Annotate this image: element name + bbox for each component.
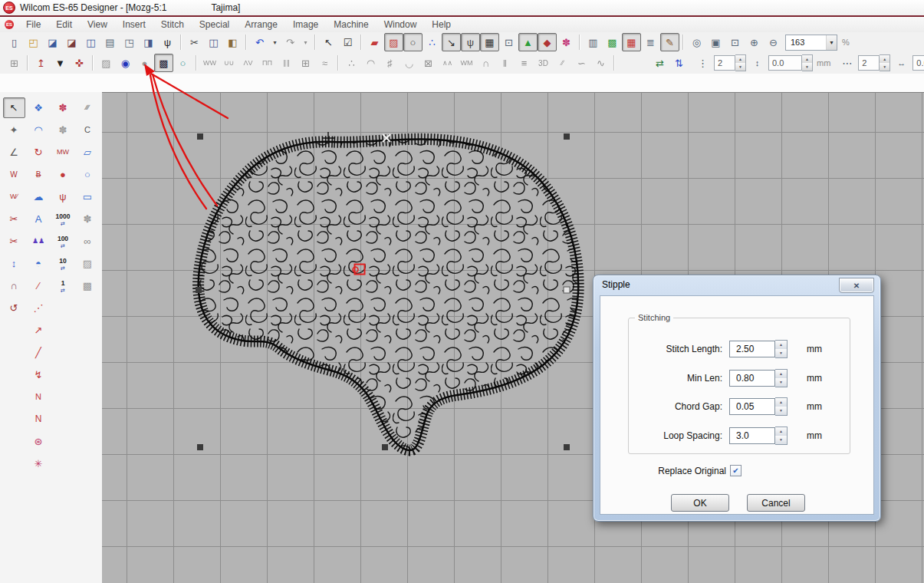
- overview-window-tool-button[interactable]: ∞: [77, 231, 99, 252]
- satin-stitch-button[interactable]: WW: [200, 54, 219, 72]
- handle-bottom-right[interactable]: [564, 444, 570, 450]
- new-design-button[interactable]: ▯: [5, 33, 24, 51]
- chord-gap-spin-up-icon[interactable]: ▲: [775, 398, 787, 407]
- columns-count-input[interactable]: 2: [858, 55, 880, 71]
- zoom-1-to-1-button[interactable]: ▣: [706, 33, 725, 51]
- contour-fill-button[interactable]: ≡: [515, 54, 534, 72]
- lettering-tool-button[interactable]: A: [28, 209, 50, 229]
- warp-3d-button[interactable]: 3D: [534, 54, 553, 72]
- color-film-button[interactable]: ▦: [622, 33, 641, 51]
- outline-view-button[interactable]: ○: [403, 33, 423, 51]
- column-spacing-input[interactable]: 0.0: [912, 55, 924, 71]
- dialog-close-button[interactable]: ✕: [839, 278, 874, 293]
- handle-bottom-left[interactable]: [197, 444, 203, 450]
- hatch-view-button[interactable]: ▨: [384, 33, 403, 51]
- loop-spacing-spin-down-icon[interactable]: ▼: [775, 436, 787, 444]
- rows-count-spin-down-icon[interactable]: ▼: [735, 63, 745, 71]
- run-stitch-tool-button[interactable]: W: [3, 164, 25, 185]
- arch-fill-button[interactable]: ∩: [476, 54, 495, 72]
- menu-view[interactable]: View: [80, 18, 115, 31]
- chord-gap-input[interactable]: 0.05: [729, 398, 775, 415]
- chord-gap-spin-down-icon[interactable]: ▼: [775, 407, 787, 415]
- freehand-fill-button[interactable]: ∿: [591, 54, 610, 72]
- chord-gap-spinner[interactable]: ▲▼: [775, 397, 788, 416]
- redo-list-button[interactable]: ▾: [300, 33, 311, 51]
- columns-icon-button[interactable]: ⋯: [837, 54, 857, 72]
- radial-fill-button[interactable]: ◠: [361, 54, 380, 72]
- buttonhole-tool-button[interactable]: ⊛: [28, 431, 50, 452]
- pattern-stamp-button[interactable]: ▨: [97, 54, 116, 72]
- menu-edit[interactable]: Edit: [48, 18, 80, 31]
- zoom-window-button[interactable]: ⊡: [725, 33, 745, 51]
- outline-border-button[interactable]: ○: [173, 54, 192, 72]
- mirror-vertical-button[interactable]: ⇅: [669, 54, 689, 72]
- stitch-edit-tool-button[interactable]: ✂: [3, 209, 25, 229]
- handle-mid-right[interactable]: [564, 287, 570, 293]
- travel-1000-stitches-button[interactable]: 1000⇄: [52, 209, 74, 229]
- reshape-object-tool-button[interactable]: ◠: [28, 120, 50, 140]
- pointer-view-button[interactable]: ↘: [442, 33, 461, 51]
- fence-fill-button[interactable]: ♯: [380, 54, 400, 72]
- add-entry-point-button[interactable]: ✜: [70, 54, 89, 72]
- select-tool-button[interactable]: ↖: [3, 97, 25, 118]
- complex-fill-tool-button[interactable]: ▱: [77, 142, 99, 163]
- cross-stitch-button[interactable]: ⊠: [419, 54, 438, 72]
- team-names-tool-button[interactable]: ♟♟: [28, 231, 50, 252]
- zoom-level-combo[interactable]: 163▼: [785, 35, 837, 51]
- fancy-fill-button[interactable]: ∕∕: [553, 54, 572, 72]
- thread-colors-button[interactable]: ▩: [603, 33, 622, 51]
- circle-fill-button[interactable]: ●: [135, 54, 154, 72]
- undo-list-button[interactable]: ▾: [269, 33, 281, 51]
- motif-fill-button[interactable]: ∴: [342, 54, 361, 72]
- copy-button[interactable]: ◫: [204, 33, 223, 51]
- redo-button[interactable]: ↷: [281, 33, 300, 51]
- menu-file[interactable]: File: [18, 18, 48, 31]
- picture-view-button[interactable]: ▲: [518, 33, 538, 51]
- paste-button[interactable]: ◧: [223, 33, 242, 51]
- menu-image[interactable]: Image: [285, 18, 326, 31]
- zoom-out-button[interactable]: ⊖: [764, 33, 783, 51]
- hoop-layout-button[interactable]: ⊞: [5, 54, 24, 72]
- loop-spacing-input[interactable]: 3.0: [729, 427, 775, 444]
- run-segment-tool-button[interactable]: ∕: [28, 275, 50, 296]
- save-design-as-button[interactable]: ◪: [62, 33, 81, 51]
- grid-view-button[interactable]: ▦: [480, 33, 499, 51]
- eyelet-tool-button[interactable]: ✳: [28, 453, 50, 474]
- stitch-angle-tool-button[interactable]: W∕: [3, 186, 25, 207]
- hoop-view-button[interactable]: ⊡: [499, 33, 518, 51]
- chevron-down-icon[interactable]: ▼: [826, 35, 837, 50]
- travel-100-stitches-button[interactable]: 100⇄: [52, 231, 74, 252]
- zoom-in-button[interactable]: ⊕: [745, 33, 764, 51]
- zoom-factor-button[interactable]: ◎: [687, 33, 706, 51]
- penetration-view-button[interactable]: ψ: [461, 33, 480, 51]
- stitch-length-spinner[interactable]: ▲▼: [775, 340, 788, 358]
- e-stitch-button[interactable]: ΠΠ: [258, 54, 277, 72]
- zigzag-stitch-button[interactable]: ΛV: [238, 54, 258, 72]
- row-spacing-spin-down-icon[interactable]: ▼: [802, 63, 812, 71]
- min-len-spin-up-icon[interactable]: ▲: [775, 370, 787, 378]
- line-fill-button[interactable]: ∥∥: [277, 54, 296, 72]
- loop-spacing-spinner[interactable]: ▲▼: [775, 427, 788, 445]
- design-properties-button[interactable]: ✎: [660, 33, 679, 51]
- penetrations-tool-button[interactable]: ∕∕∕: [77, 97, 99, 118]
- sculpture-run-tool-button[interactable]: ↯: [28, 364, 50, 385]
- stipple-thumb-button[interactable]: ▩: [77, 275, 99, 296]
- wreath-rows-button[interactable]: ⋮: [693, 54, 712, 72]
- undo-button[interactable]: ↶: [250, 33, 269, 51]
- travel-10-stitches-button[interactable]: 10⇄: [52, 253, 74, 274]
- dotted-run-tool-button[interactable]: ⋰: [28, 298, 50, 318]
- menu-insert[interactable]: Insert: [115, 18, 153, 31]
- open-line-tool-button[interactable]: ∠: [3, 142, 25, 163]
- save-design-button[interactable]: ◪: [43, 33, 62, 51]
- ellipse-tool-button[interactable]: ○: [77, 164, 99, 185]
- cap-frame-tool-button[interactable]: ◓: [28, 253, 50, 274]
- column-spacing-icon-button[interactable]: ↔: [892, 54, 911, 72]
- loop-spacing-spin-up-icon[interactable]: ▲: [775, 427, 787, 436]
- columns-count-spin-up-icon[interactable]: ▲: [880, 55, 889, 63]
- ring-tool-button[interactable]: ↺: [3, 298, 25, 318]
- row-spacing-icon-button[interactable]: ↕: [748, 54, 767, 72]
- export-machine-file-button[interactable]: ◫: [81, 33, 100, 51]
- background-picture-button[interactable]: ✽: [557, 33, 576, 51]
- design-check-button[interactable]: ☑: [338, 33, 357, 51]
- curved-fill-button[interactable]: ◡: [400, 54, 419, 72]
